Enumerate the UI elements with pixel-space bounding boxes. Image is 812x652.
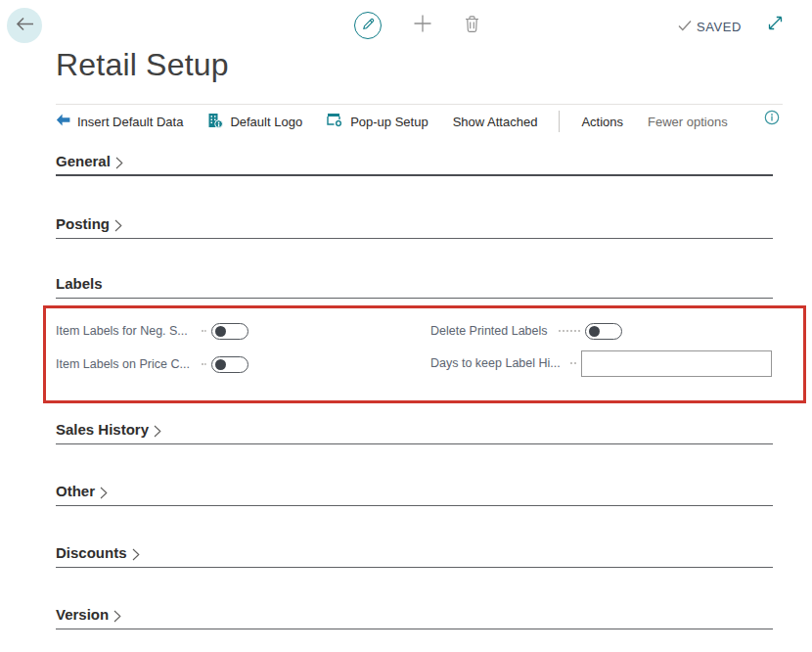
back-arrow-icon: [16, 17, 34, 35]
info-circle-icon: [764, 112, 780, 128]
chevron-right-icon: [132, 547, 140, 565]
field-item-labels-neg-stock: Item Labels for Neg. S...: [56, 320, 349, 342]
field-label: Days to keep Label Hi...: [430, 356, 567, 370]
info-button[interactable]: [764, 110, 780, 125]
chevron-right-icon: [154, 424, 161, 442]
section-sales-history-label: Sales History: [56, 421, 149, 438]
pencil-icon: [361, 17, 376, 35]
section-version[interactable]: Version: [56, 606, 773, 629]
toggle-knob: [589, 326, 600, 337]
toolbar-separator: [559, 111, 560, 132]
section-other-label: Other: [56, 483, 95, 499]
field-days-keep-label-history: Days to keep Label Hi...: [430, 349, 773, 377]
chevron-right-icon: [113, 609, 121, 627]
logo-document-icon: [207, 113, 223, 131]
default-logo-action[interactable]: Default Logo: [207, 113, 302, 131]
field-delete-printed-labels: Delete Printed Labels: [430, 320, 763, 342]
trash-icon: [464, 15, 480, 37]
back-button[interactable]: [7, 8, 42, 43]
saved-label: SAVED: [697, 20, 742, 34]
section-discounts[interactable]: Discounts: [56, 544, 773, 568]
plus-icon: [413, 14, 432, 37]
save-status: SAVED: [678, 18, 742, 35]
default-logo-label: Default Logo: [230, 115, 302, 129]
show-attached-action[interactable]: Show Attached: [453, 115, 538, 129]
delete-printed-labels-toggle[interactable]: [585, 323, 622, 340]
section-posting-label: Posting: [56, 215, 110, 232]
popup-setup-label: Pop-up Setup: [350, 115, 429, 129]
toolbar-divider: [56, 104, 783, 105]
page-title: Retail Setup: [56, 47, 229, 83]
dotted-leader: [202, 330, 206, 332]
toggle-knob: [215, 326, 226, 337]
popup-setup-action[interactable]: Pop-up Setup: [327, 113, 429, 130]
chevron-right-icon: [114, 218, 122, 236]
dotted-leader: [570, 362, 576, 364]
action-toolbar: Insert Default Data Default Logo: [56, 109, 728, 134]
arrow-left-icon: [56, 114, 70, 129]
actions-menu[interactable]: Actions: [581, 115, 623, 129]
expand-button[interactable]: [767, 17, 784, 33]
field-label: Item Labels on Price C...: [56, 357, 199, 371]
delete-button[interactable]: [463, 16, 480, 35]
edit-button[interactable]: [354, 12, 382, 39]
new-button[interactable]: [413, 16, 432, 35]
retail-setup-page: SAVED Retail Setup Insert Default Data: [0, 0, 812, 652]
section-labels-label: Labels: [56, 275, 103, 292]
section-version-label: Version: [56, 606, 109, 623]
section-general-label: General: [56, 153, 111, 169]
item-labels-price-change-toggle[interactable]: [211, 356, 248, 373]
field-item-labels-price-change: Item Labels on Price C...: [56, 353, 349, 375]
days-keep-label-history-input[interactable]: [581, 350, 772, 377]
section-sales-history[interactable]: Sales History: [56, 421, 773, 444]
dotted-leader: [559, 330, 580, 332]
check-icon: [678, 18, 692, 35]
insert-default-data-action[interactable]: Insert Default Data: [56, 114, 183, 129]
section-discounts-label: Discounts: [56, 544, 127, 561]
field-label: Delete Printed Labels: [430, 324, 556, 338]
section-general[interactable]: General: [56, 153, 773, 176]
chevron-right-icon: [115, 156, 123, 173]
insert-default-data-label: Insert Default Data: [77, 115, 183, 129]
window-gear-icon: [327, 113, 343, 130]
toggle-knob: [215, 359, 226, 370]
dotted-leader: [202, 363, 206, 365]
expand-diagonal-icon: [767, 15, 784, 35]
field-label: Item Labels for Neg. S...: [56, 324, 199, 338]
section-other[interactable]: Other: [56, 483, 773, 506]
chevron-right-icon: [100, 486, 108, 503]
section-labels[interactable]: Labels: [56, 275, 773, 299]
show-attached-label: Show Attached: [453, 115, 538, 129]
actions-label: Actions: [581, 115, 623, 129]
section-posting[interactable]: Posting: [56, 215, 773, 239]
fewer-options-label: Fewer options: [648, 115, 728, 129]
fewer-options-button[interactable]: Fewer options: [648, 115, 728, 129]
item-labels-neg-stock-toggle[interactable]: [211, 323, 248, 340]
